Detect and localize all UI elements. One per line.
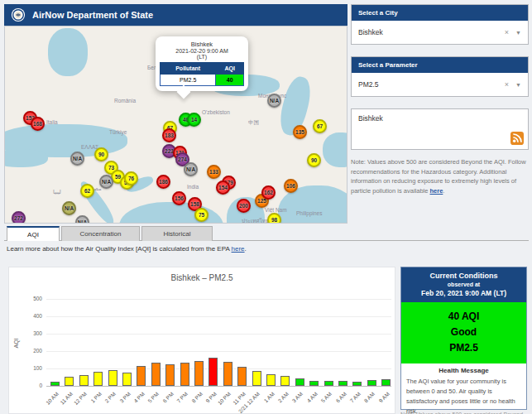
chart-bar[interactable] xyxy=(50,382,60,386)
popup-col-aqi: AQI xyxy=(216,63,244,75)
chart-y-tick: 500 xyxy=(9,296,42,301)
map-marker[interactable]: 186 xyxy=(156,175,170,189)
parameter-select-panel: Select a Parameter PM2.5 × ▼ xyxy=(351,56,529,97)
city-select[interactable]: Bishkek × ▼ xyxy=(352,21,528,44)
map-place-label: România xyxy=(114,98,136,104)
map-place-label: O'zbekiston xyxy=(202,109,230,115)
map-marker[interactable]: 14 xyxy=(187,113,201,127)
chart-bar[interactable] xyxy=(223,362,232,386)
map-marker[interactable]: N/A xyxy=(70,152,84,166)
note-suffix: . xyxy=(443,187,444,195)
map-place-label: ประเทศไทย xyxy=(242,217,269,224)
map-marker[interactable]: 62 xyxy=(80,184,94,198)
map-place-label: Philippines xyxy=(296,210,322,216)
popup-datetime: 2021-02-20 9:00 AM xyxy=(160,48,244,54)
rss-icon[interactable] xyxy=(510,132,524,145)
chart-bar[interactable] xyxy=(108,370,117,386)
map-marker[interactable]: 67 xyxy=(313,119,327,133)
map-marker[interactable]: 90 xyxy=(94,147,108,161)
tab-bar: AQI Concentration Historical xyxy=(4,226,529,241)
map-popup: Bishkek 2021-02-20 9:00 AM (LT) Pollutan… xyxy=(156,36,248,91)
chart-y-tick: 300 xyxy=(9,330,42,336)
map-marker[interactable]: 162 xyxy=(261,185,276,200)
chart-bar[interactable] xyxy=(180,363,189,386)
state-department-seal-icon xyxy=(11,7,26,22)
health-message-text: The AQI value for your community is betw… xyxy=(406,377,521,414)
chart-y-axis-label: AQI xyxy=(13,338,19,348)
popup-city: Bishkek xyxy=(160,41,244,48)
map-marker[interactable]: N/A xyxy=(267,94,281,108)
clear-icon[interactable]: × xyxy=(505,28,509,36)
map-marker[interactable]: 98 xyxy=(267,213,281,224)
parameter-panel-title: Select a Parameter xyxy=(352,57,528,73)
learn-more-prefix: Learn more about how the Air Quality Ind… xyxy=(7,245,232,253)
map-place-label: ليبيا xyxy=(53,189,61,195)
chart-bar[interactable] xyxy=(367,380,376,386)
chart-bar[interactable] xyxy=(338,381,347,386)
beyond-aqi-note: Note: Values above 500 are considered Be… xyxy=(351,157,527,196)
chart-gridline xyxy=(46,299,391,300)
chart-bar[interactable] xyxy=(295,378,304,386)
map-marker[interactable]: N/A xyxy=(75,215,89,224)
chart-bar[interactable] xyxy=(65,377,74,386)
water-shape xyxy=(4,149,48,167)
chart-gridline xyxy=(46,334,391,335)
chart-bar[interactable] xyxy=(352,382,362,386)
map-marker[interactable]: N/A xyxy=(184,162,198,176)
tab-aqi[interactable]: AQI xyxy=(7,226,60,241)
chart-y-tick: 100 xyxy=(9,365,42,371)
conditions-aqi-block: 40 AQI Good PM2.5 xyxy=(401,302,526,363)
map-marker[interactable]: 183 xyxy=(162,128,176,142)
parameter-select[interactable]: PM2.5 × ▼ xyxy=(352,73,528,96)
chart-bar[interactable] xyxy=(309,381,319,386)
chart-bar[interactable] xyxy=(122,373,132,386)
tab-concentration[interactable]: Concentration xyxy=(61,226,140,241)
chart-bar[interactable] xyxy=(79,375,89,386)
clear-icon[interactable]: × xyxy=(505,80,509,89)
chart-bar[interactable] xyxy=(151,363,161,386)
aqi-chart: Bishkek – PM2.5 AQI 0100200300400500 10 … xyxy=(8,267,395,414)
map-place-label: Türkiye xyxy=(109,129,127,135)
chart-bar[interactable] xyxy=(194,361,204,386)
water-shape xyxy=(48,28,88,76)
popup-timezone: (LT) xyxy=(160,54,244,60)
popup-aqi-value: 40 xyxy=(216,75,244,86)
chart-bar[interactable] xyxy=(252,371,261,386)
map-marker[interactable]: 154 xyxy=(216,181,230,195)
map-marker[interactable]: 90 xyxy=(307,153,321,167)
chart-bar[interactable] xyxy=(324,381,333,386)
chart-bar[interactable] xyxy=(165,364,175,386)
conditions-header: Current Conditions observed at Feb 20, 2… xyxy=(401,267,526,302)
water-shape xyxy=(323,132,347,167)
map-marker[interactable]: 200 xyxy=(237,199,251,213)
chevron-down-icon[interactable]: ▼ xyxy=(515,82,521,88)
tab-historical[interactable]: Historical xyxy=(141,226,213,241)
chart-bar[interactable] xyxy=(137,366,146,386)
chart-y-tick: 200 xyxy=(9,348,42,354)
map-marker[interactable]: 272 xyxy=(12,211,26,224)
chart-gridline xyxy=(46,316,391,317)
chart-bar[interactable] xyxy=(237,367,247,386)
conditions-subtitle: observed at xyxy=(405,282,523,287)
chart-bar[interactable] xyxy=(266,374,276,386)
map-marker[interactable]: 135 xyxy=(293,125,307,139)
map-marker[interactable]: 168 xyxy=(31,117,45,131)
chart-bar[interactable] xyxy=(280,376,290,386)
map-marker[interactable]: N/A xyxy=(99,175,113,189)
note-here-link[interactable]: here xyxy=(429,187,443,195)
chevron-down-icon[interactable]: ▼ xyxy=(515,30,521,36)
map-marker[interactable]: 133 xyxy=(207,165,221,179)
epa-link[interactable]: here xyxy=(232,245,245,253)
map-marker[interactable]: 106 xyxy=(284,179,298,193)
health-message-block: Health Message The AQI value for your co… xyxy=(401,363,526,414)
chart-bar[interactable] xyxy=(381,379,391,386)
map-marker[interactable]: 76 xyxy=(124,171,138,185)
map-marker[interactable]: 156 xyxy=(172,191,186,205)
chart-bar[interactable] xyxy=(208,358,218,386)
map-marker[interactable]: N/A xyxy=(62,201,76,215)
conditions-title: Current Conditions xyxy=(405,272,523,280)
chart-bar[interactable] xyxy=(93,372,103,386)
map-place-label: Việt Nam xyxy=(265,207,287,213)
learn-more-suffix: . xyxy=(245,245,247,253)
map-marker[interactable]: 75 xyxy=(194,208,208,222)
